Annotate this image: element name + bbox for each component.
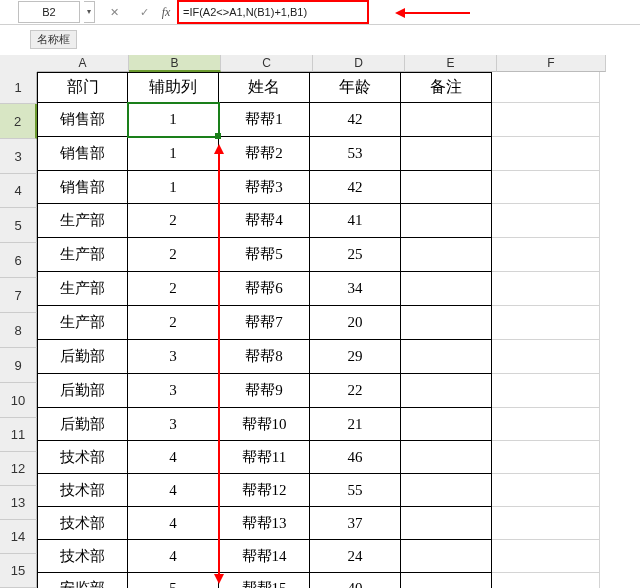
row-header-9[interactable]: 9 [0, 348, 37, 383]
cell-D3[interactable]: 53 [310, 137, 401, 171]
cell-D12[interactable]: 46 [310, 441, 401, 474]
row-header-6[interactable]: 6 [0, 243, 37, 278]
row-header-11[interactable]: 11 [0, 418, 37, 452]
cell-D10[interactable]: 22 [310, 374, 401, 408]
row-header-13[interactable]: 13 [0, 486, 37, 520]
cell-E13[interactable] [401, 474, 492, 507]
cell-B11[interactable]: 3 [128, 408, 219, 441]
cell-C11[interactable]: 帮帮10 [219, 408, 310, 441]
cell-C2[interactable]: 帮帮1 [219, 103, 310, 137]
cell-B4[interactable]: 1 [128, 171, 219, 204]
cell-D11[interactable]: 21 [310, 408, 401, 441]
cell-D4[interactable]: 42 [310, 171, 401, 204]
cell-C6[interactable]: 帮帮5 [219, 238, 310, 272]
cell-B8[interactable]: 2 [128, 306, 219, 340]
col-header-d[interactable]: D [313, 55, 405, 72]
cell-F13[interactable] [492, 474, 600, 507]
cell-A7[interactable]: 生产部 [37, 272, 128, 306]
row-header-3[interactable]: 3 [0, 139, 37, 174]
cell-C5[interactable]: 帮帮4 [219, 204, 310, 238]
cell-C8[interactable]: 帮帮7 [219, 306, 310, 340]
cell-B14[interactable]: 4 [128, 507, 219, 540]
cell-E5[interactable] [401, 204, 492, 238]
col-header-f[interactable]: F [497, 55, 606, 72]
cell-D6[interactable]: 25 [310, 238, 401, 272]
cell-E4[interactable] [401, 171, 492, 204]
cell-A1[interactable]: 部门 [37, 72, 128, 103]
cell-F5[interactable] [492, 204, 600, 238]
cell-F11[interactable] [492, 408, 600, 441]
cell-D2[interactable]: 42 [310, 103, 401, 137]
cell-A4[interactable]: 销售部 [37, 171, 128, 204]
row-header-1[interactable]: 1 [0, 72, 37, 104]
cell-F6[interactable] [492, 238, 600, 272]
cell-E12[interactable] [401, 441, 492, 474]
cell-E6[interactable] [401, 238, 492, 272]
cell-D14[interactable]: 37 [310, 507, 401, 540]
fx-label[interactable]: fx [155, 5, 177, 20]
cell-C1[interactable]: 姓名 [219, 72, 310, 103]
cell-D1[interactable]: 年龄 [310, 72, 401, 103]
cell-E7[interactable] [401, 272, 492, 306]
cell-F12[interactable] [492, 441, 600, 474]
cell-C9[interactable]: 帮帮8 [219, 340, 310, 374]
cell-A9[interactable]: 后勤部 [37, 340, 128, 374]
cell-B16[interactable]: 5 [128, 573, 219, 588]
cell-A3[interactable]: 销售部 [37, 137, 128, 171]
row-header-8[interactable]: 8 [0, 313, 37, 348]
row-header-15[interactable]: 15 [0, 554, 37, 588]
name-box[interactable]: B2 [18, 1, 80, 23]
cell-B15[interactable]: 4 [128, 540, 219, 573]
cell-E16[interactable] [401, 573, 492, 588]
cell-F15[interactable] [492, 540, 600, 573]
cell-E14[interactable] [401, 507, 492, 540]
cell-A10[interactable]: 后勤部 [37, 374, 128, 408]
cell-A15[interactable]: 技术部 [37, 540, 128, 573]
col-header-a[interactable]: A [37, 55, 129, 72]
cell-F16[interactable] [492, 573, 600, 588]
row-header-2[interactable]: 2 [0, 104, 37, 139]
cell-B7[interactable]: 2 [128, 272, 219, 306]
cell-A14[interactable]: 技术部 [37, 507, 128, 540]
col-header-b[interactable]: B [129, 55, 221, 72]
formula-cancel-icon[interactable] [103, 2, 125, 22]
col-header-c[interactable]: C [221, 55, 313, 72]
cell-E9[interactable] [401, 340, 492, 374]
cell-D5[interactable]: 41 [310, 204, 401, 238]
cell-F10[interactable] [492, 374, 600, 408]
cell-E10[interactable] [401, 374, 492, 408]
cell-E11[interactable] [401, 408, 492, 441]
row-header-4[interactable]: 4 [0, 174, 37, 208]
cell-A8[interactable]: 生产部 [37, 306, 128, 340]
name-box-dropdown[interactable]: ▾ [84, 1, 95, 23]
formula-input[interactable]: =IF(A2<>A1,N(B1)+1,B1) [177, 0, 369, 24]
cell-F14[interactable] [492, 507, 600, 540]
cell-B9[interactable]: 3 [128, 340, 219, 374]
cell-C14[interactable]: 帮帮13 [219, 507, 310, 540]
cell-C15[interactable]: 帮帮14 [219, 540, 310, 573]
cell-A11[interactable]: 后勤部 [37, 408, 128, 441]
cell-D13[interactable]: 55 [310, 474, 401, 507]
cell-C4[interactable]: 帮帮3 [219, 171, 310, 204]
cell-B13[interactable]: 4 [128, 474, 219, 507]
cell-D8[interactable]: 20 [310, 306, 401, 340]
cell-A16[interactable]: 安监部 [37, 573, 128, 588]
cell-F8[interactable] [492, 306, 600, 340]
cell-F3[interactable] [492, 137, 600, 171]
cell-B5[interactable]: 2 [128, 204, 219, 238]
row-header-7[interactable]: 7 [0, 278, 37, 313]
cell-B3[interactable]: 1 [128, 137, 219, 171]
cell-E3[interactable] [401, 137, 492, 171]
cell-C7[interactable]: 帮帮6 [219, 272, 310, 306]
cell-F7[interactable] [492, 272, 600, 306]
select-all-triangle[interactable] [0, 55, 38, 73]
cell-A2[interactable]: 销售部 [37, 103, 128, 137]
cell-E2[interactable] [401, 103, 492, 137]
row-header-14[interactable]: 14 [0, 520, 37, 554]
cell-F9[interactable] [492, 340, 600, 374]
cell-E8[interactable] [401, 306, 492, 340]
cell-C12[interactable]: 帮帮11 [219, 441, 310, 474]
cell-C16[interactable]: 帮帮15 [219, 573, 310, 588]
cell-D7[interactable]: 34 [310, 272, 401, 306]
cell-E1[interactable]: 备注 [401, 72, 492, 103]
